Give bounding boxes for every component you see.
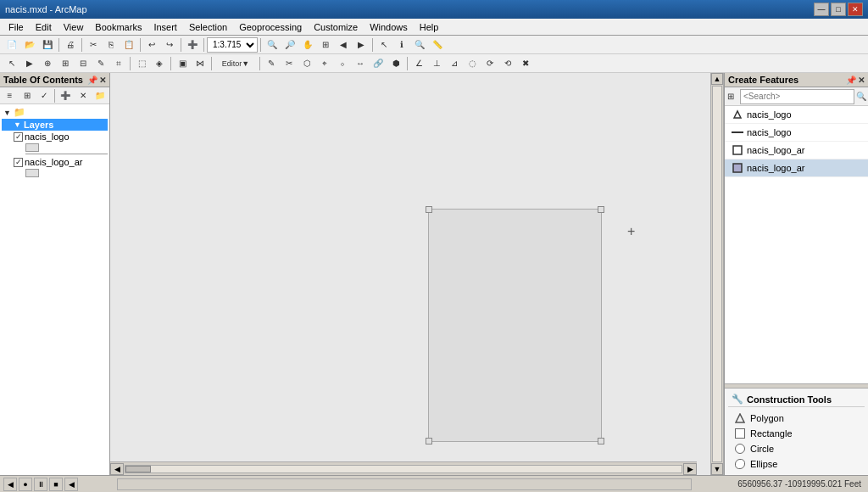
pan-btn[interactable]: ✋ [299, 37, 316, 53]
tb2-sketch5[interactable]: ⟳ [481, 56, 498, 71]
scroll-left-btn[interactable]: ◀ [110, 463, 124, 475]
tb2-btn4[interactable]: ⊞ [57, 56, 74, 71]
undo-btn[interactable]: ↩ [143, 37, 160, 53]
tb2-edit7[interactable]: 🔗 [370, 56, 387, 71]
menu-file[interactable]: File [3, 20, 29, 35]
tb2-btn2[interactable]: ▶ [21, 56, 38, 71]
menu-selection[interactable]: Selection [184, 20, 232, 35]
status-btn-3[interactable]: ⏸ [34, 478, 47, 491]
status-btn-5[interactable]: ◀ [64, 478, 78, 491]
tb2-btn5[interactable]: ⊟ [75, 56, 92, 71]
menu-geoprocessing[interactable]: Geoprocessing [234, 20, 307, 35]
tb2-btn6[interactable]: ✎ [92, 56, 109, 71]
status-btn-2[interactable]: ● [19, 478, 32, 491]
scroll-up-btn[interactable]: ▲ [711, 73, 723, 85]
maximize-button[interactable]: □ [831, 3, 846, 16]
select-btn[interactable]: ↖ [376, 37, 392, 53]
toc-close-btn[interactable]: ✕ [99, 75, 106, 85]
toc-pin-btn[interactable]: 📌 [87, 75, 97, 85]
prev-extent-btn[interactable]: ◀ [335, 37, 352, 53]
tb2-sketch1[interactable]: ∠ [410, 56, 427, 71]
tb2-sketch3[interactable]: ⊿ [446, 56, 463, 71]
horizontal-scrollbar[interactable]: ◀ ▶ [110, 461, 697, 475]
menu-help[interactable]: Help [415, 20, 444, 35]
cf-item-nacis-logo[interactable]: nacis_logo [725, 106, 868, 124]
cf-search-input[interactable] [740, 89, 854, 104]
menu-bookmarks[interactable]: Bookmarks [90, 20, 147, 35]
new-btn[interactable]: 📄 [3, 37, 20, 53]
tb2-edit3[interactable]: ⬡ [298, 56, 315, 71]
map-canvas[interactable]: + ◀ ▶ [110, 73, 710, 475]
toc-list-view[interactable]: ≡ [2, 88, 18, 103]
ct-polygon[interactable]: Polygon [728, 411, 865, 426]
handle-bottom-left[interactable] [426, 438, 432, 444]
tb2-edit8[interactable]: ⬢ [387, 56, 404, 71]
scroll-thumb-h[interactable] [125, 466, 151, 472]
close-button[interactable]: ✕ [848, 3, 863, 16]
toc-open[interactable]: 📁 [92, 88, 108, 103]
handle-top-right[interactable] [598, 206, 604, 213]
minimize-button[interactable]: — [814, 3, 829, 16]
ct-circle[interactable]: Circle [728, 441, 865, 456]
toc-layer-nacis-logo-ar[interactable]: nacis_logo_ar [2, 156, 108, 168]
copy-btn[interactable]: ⎘ [103, 37, 120, 53]
status-btn-1[interactable]: ◀ [3, 478, 17, 491]
vertical-scrollbar[interactable]: ▲ ▼ [710, 73, 724, 475]
handle-top-left[interactable] [426, 206, 432, 213]
toc-select-view[interactable]: ✓ [36, 88, 52, 103]
scroll-down-btn[interactable]: ▼ [711, 463, 723, 475]
cf-item-nacis-logo-line[interactable]: nacis_logo [725, 124, 868, 142]
layer-checkbox[interactable] [14, 158, 23, 167]
find-btn[interactable]: 🔍 [411, 37, 428, 53]
ct-ellipse[interactable]: Ellipse [728, 456, 865, 472]
tb2-snap[interactable]: ⋈ [192, 56, 209, 71]
toc-add[interactable]: ➕ [58, 88, 74, 103]
add-data-btn[interactable]: ➕ [184, 37, 201, 53]
tb2-edit2[interactable]: ✂ [281, 56, 298, 71]
tb2-sketch2[interactable]: ⊥ [428, 56, 445, 71]
tb2-sketch7[interactable]: ✖ [517, 56, 534, 71]
toc-remove[interactable]: ✕ [75, 88, 91, 103]
cf-organizer-btn[interactable]: ⊞ [726, 89, 735, 104]
tb2-btn1[interactable]: ↖ [3, 56, 20, 71]
paste-btn[interactable]: 📋 [120, 37, 137, 53]
toc-layers-group[interactable]: ▼ Layers [2, 119, 108, 131]
layer-checkbox[interactable] [14, 132, 23, 142]
zoom-out-btn[interactable]: 🔎 [281, 37, 298, 53]
tb2-btn10[interactable]: ▣ [174, 56, 191, 71]
status-btn-4[interactable]: ■ [49, 478, 63, 491]
measure-btn[interactable]: 📏 [429, 37, 446, 53]
cf-item-nacis-logo-ar-sel[interactable]: nacis_logo_ar [725, 159, 868, 177]
toc-root-item[interactable]: ▼ 📁 [2, 106, 108, 119]
next-extent-btn[interactable]: ▶ [353, 37, 370, 53]
ct-rectangle[interactable]: Rectangle [728, 426, 865, 441]
tb2-btn9[interactable]: ◈ [151, 56, 168, 71]
open-btn[interactable]: 📂 [21, 37, 38, 53]
identify-btn[interactable]: ℹ [393, 37, 410, 53]
tb2-edit1[interactable]: ✎ [263, 56, 280, 71]
zoom-in-btn[interactable]: 🔍 [264, 37, 281, 53]
expand-arrow[interactable]: ▼ [14, 120, 22, 129]
menu-windows[interactable]: Windows [364, 20, 413, 35]
menu-view[interactable]: View [58, 20, 89, 35]
tb2-btn3[interactable]: ⊕ [39, 56, 56, 71]
cf-close-btn[interactable]: ✕ [858, 75, 865, 85]
tb2-btn7[interactable]: ⌗ [110, 56, 127, 71]
toc-source-view[interactable]: ⊞ [19, 88, 35, 103]
menu-insert[interactable]: Insert [148, 20, 182, 35]
tb2-sketch4[interactable]: ◌ [464, 56, 481, 71]
menu-edit[interactable]: Edit [31, 20, 57, 35]
cut-btn[interactable]: ✂ [85, 37, 102, 53]
full-extent-btn[interactable]: ⊞ [317, 37, 334, 53]
tb2-edit6[interactable]: ↔ [352, 56, 369, 71]
cf-item-nacis-logo-ar[interactable]: nacis_logo_ar [725, 142, 868, 159]
tb2-edit4[interactable]: ⌖ [316, 56, 333, 71]
toc-layer-nacis-logo[interactable]: nacis_logo [2, 131, 108, 143]
tb2-edit5[interactable]: ⬦ [334, 56, 351, 71]
cf-pin-btn[interactable]: 📌 [846, 75, 856, 85]
handle-bottom-right[interactable] [598, 438, 604, 444]
menu-customize[interactable]: Customize [309, 20, 363, 35]
editor-btn[interactable]: Editor▼ [214, 56, 257, 71]
expand-arrow[interactable]: ▼ [3, 109, 12, 117]
zoom-level-dropdown[interactable]: 1:3.715 [207, 37, 258, 53]
